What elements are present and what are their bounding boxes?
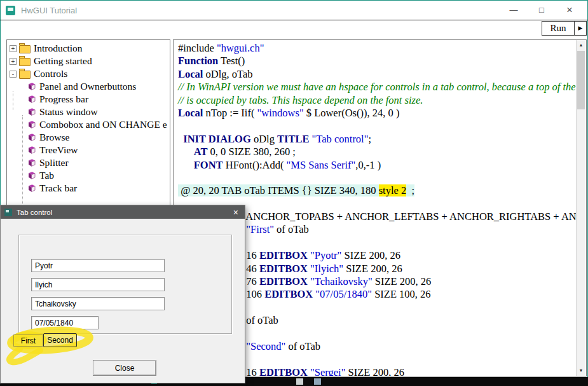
title-bar[interactable]: HwGUI Tutorial — □ × xyxy=(1,1,587,20)
code-line: INIT DIALOG oDlg TITLE "Tab control"; xyxy=(178,133,576,146)
folder-icon xyxy=(19,58,31,66)
code-line: Local oDlg, oTab xyxy=(178,68,576,81)
tree-item[interactable]: Panel and Ownerbuttons xyxy=(7,80,170,93)
book-icon xyxy=(27,120,36,129)
edit-field-2[interactable] xyxy=(31,278,165,291)
tree-item-label: Getting started xyxy=(34,55,92,67)
tree-item[interactable]: Status window xyxy=(7,106,170,118)
tab-first[interactable]: First xyxy=(13,334,43,347)
book-icon xyxy=(27,133,36,142)
taskbar-icon[interactable] xyxy=(296,378,303,385)
tree-item[interactable]: +Introduction xyxy=(7,42,170,55)
tree-item-label: Controls xyxy=(34,68,67,79)
code-line xyxy=(178,172,576,184)
window-title: HwGUI Tutorial xyxy=(21,6,77,15)
dialog-icon xyxy=(4,209,12,216)
tree-item[interactable]: +Getting started xyxy=(7,55,170,67)
taskbar-icon[interactable] xyxy=(314,378,321,385)
tree-item-label: Browse xyxy=(39,132,69,143)
tree-item[interactable]: Tab xyxy=(7,169,170,182)
run-button-label: Run xyxy=(542,22,574,35)
dialog-titlebar[interactable]: Tab control × xyxy=(1,205,245,219)
titlebar-separator xyxy=(0,20,588,20)
run-button[interactable]: Run ▶ xyxy=(542,21,587,36)
tree-item-label: Introduction xyxy=(34,43,83,54)
scroll-down-icon[interactable]: ▼ xyxy=(577,366,585,376)
tree-item-label: Combobox and ON CHANGE e xyxy=(39,119,167,130)
book-icon xyxy=(27,171,36,180)
tree-item[interactable]: Splitter xyxy=(7,156,170,169)
scrollbar-thumb[interactable] xyxy=(577,51,585,109)
dialog-title: Tab control xyxy=(17,209,52,216)
tree-expander[interactable]: - xyxy=(10,71,17,78)
tree-item-label: Panel and Ownerbuttons xyxy=(39,81,136,92)
book-icon xyxy=(27,158,36,167)
edit-field-3[interactable] xyxy=(31,297,165,310)
tree-item-label: Splitter xyxy=(39,157,69,169)
tree-item-label: Track bar xyxy=(39,183,77,194)
app-icon xyxy=(6,6,15,15)
tree-item-label: TreeView xyxy=(39,144,78,156)
code-line xyxy=(178,120,576,132)
code-line: Local nTop := Iif( "windows" $ Lower(Os(… xyxy=(178,107,576,120)
dialog-close-icon[interactable]: × xyxy=(233,206,238,219)
tree-item[interactable]: -Controls xyxy=(7,67,170,80)
window-controls: — □ × xyxy=(500,1,584,19)
app-window: HwGUI Tutorial — □ × Run ▶ +Introduction… xyxy=(0,0,588,386)
book-icon xyxy=(27,107,36,116)
tab-control-dialog: Tab control × First Second Close xyxy=(0,205,245,383)
book-icon xyxy=(27,82,36,91)
tree-item[interactable]: Combobox and ON CHANGE e xyxy=(7,118,170,131)
vertical-scrollbar[interactable]: ▲ ▼ xyxy=(576,40,585,376)
edit-field-1[interactable] xyxy=(31,259,165,272)
tree-item-label: Progress bar xyxy=(39,93,88,105)
tree-item-label: Tab xyxy=(39,170,54,181)
tree-item-label: Status window xyxy=(39,106,98,118)
tree-expander[interactable]: + xyxy=(10,45,17,52)
code-line: #include "hwgui.ch" xyxy=(178,42,576,55)
code-line: @ 20, 20 TAB oTab ITEMS {} SIZE 340, 180… xyxy=(178,184,576,197)
code-line: // is occupied by tabs. This hspace depe… xyxy=(178,94,576,107)
code-line: AT 0, 0 SIZE 380, 260 ; xyxy=(178,146,576,158)
tab-second[interactable]: Second xyxy=(43,333,77,347)
book-icon xyxy=(27,95,36,104)
minimize-icon[interactable]: — xyxy=(500,1,528,19)
tree-item[interactable]: Track bar xyxy=(7,182,170,195)
book-icon xyxy=(27,146,36,155)
tree-item[interactable]: Progress bar xyxy=(7,93,170,106)
close-icon[interactable]: × xyxy=(556,1,584,19)
scroll-up-icon[interactable]: ▲ xyxy=(577,40,585,50)
run-arrow-icon[interactable]: ▶ xyxy=(575,22,586,35)
maximize-icon[interactable]: □ xyxy=(528,1,556,19)
folder-icon xyxy=(19,71,31,79)
folder-icon xyxy=(19,45,31,53)
tree-item[interactable]: Browse xyxy=(7,131,170,144)
code-line: FONT HFont():Add( "MS Sans Serif",0,-1 ) xyxy=(178,159,576,172)
tree-item[interactable]: TreeView xyxy=(7,144,170,156)
code-line: Function Test() xyxy=(178,55,576,67)
code-line: // In WinAPI version we must have an hsp… xyxy=(178,81,576,93)
tree-expander[interactable]: + xyxy=(10,58,17,65)
book-icon xyxy=(27,184,36,193)
